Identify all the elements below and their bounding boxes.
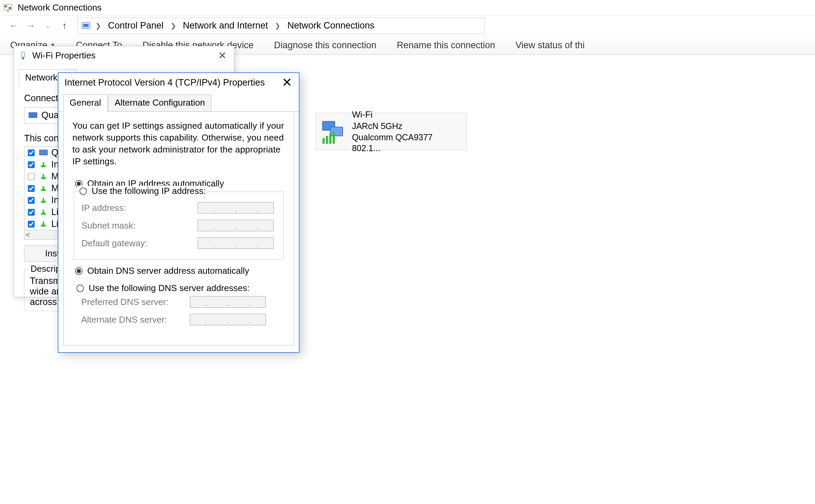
tab-alternate-configuration[interactable]: Alternate Configuration xyxy=(108,94,212,112)
svg-rect-16 xyxy=(41,165,46,167)
ip-address-input[interactable]: ... xyxy=(198,202,274,214)
svg-rect-8 xyxy=(323,138,325,144)
svg-rect-7 xyxy=(330,127,343,136)
svg-rect-10 xyxy=(329,134,331,144)
breadcrumb-control-panel[interactable]: Control Panel xyxy=(106,20,166,32)
svg-rect-17 xyxy=(43,162,44,165)
svg-rect-18 xyxy=(41,177,46,179)
connection-item-checkbox[interactable] xyxy=(28,185,35,192)
svg-rect-3 xyxy=(6,10,9,12)
default-gateway-input[interactable]: ... xyxy=(198,237,274,249)
wifi-tile-name: Wi-Fi xyxy=(352,109,463,121)
radio-ip-manual-label: Use the following IP address: xyxy=(92,186,206,196)
toolbar-rename[interactable]: Rename this connection xyxy=(397,40,495,51)
toolbar-diagnose[interactable]: Diagnose this connection xyxy=(274,40,377,51)
wifi-properties-titlebar[interactable]: Wi-Fi Properties ✕ xyxy=(14,46,234,65)
svg-rect-23 xyxy=(43,198,44,201)
dns-manual-group: Use the following DNS server addresses: … xyxy=(74,279,284,336)
wifi-tile-adapter: Qualcomm QCA9377 802.1... xyxy=(352,132,463,154)
protocol-icon xyxy=(39,161,48,168)
connection-item-checkbox[interactable] xyxy=(28,197,35,204)
scroll-left-icon[interactable]: < xyxy=(26,231,30,239)
ipv4-tabs: General Alternate Configuration xyxy=(58,92,299,112)
window-titlebar: Network Connections xyxy=(0,0,815,16)
svg-rect-11 xyxy=(332,131,335,144)
svg-rect-25 xyxy=(43,210,44,213)
ipv4-general-panel: You can get IP settings assigned automat… xyxy=(63,112,294,345)
window-title: Network Connections xyxy=(18,2,102,13)
ip-manual-group: Use the following IP address: IP address… xyxy=(74,192,284,259)
tab-general[interactable]: General xyxy=(63,94,108,112)
breadcrumb-network-internet[interactable]: Network and Internet xyxy=(181,20,270,32)
ip-address-label: IP address: xyxy=(82,203,126,213)
svg-rect-5 xyxy=(83,24,89,27)
protocol-icon xyxy=(39,220,48,228)
ipv4-titlebar[interactable]: Internet Protocol Version 4 (TCP/IPv4) P… xyxy=(58,73,299,92)
protocol-icon xyxy=(39,185,48,192)
svg-rect-1 xyxy=(4,5,7,7)
connection-item-checkbox[interactable] xyxy=(28,161,35,168)
back-button[interactable]: ← xyxy=(7,19,20,33)
network-adapter-icon xyxy=(320,118,347,145)
svg-rect-15 xyxy=(39,150,48,155)
connection-item-checkbox[interactable] xyxy=(28,173,35,180)
preferred-dns-input[interactable]: ... xyxy=(190,296,266,308)
radio-icon xyxy=(76,285,84,292)
ipv4-properties-dialog: Internet Protocol Version 4 (TCP/IPv4) P… xyxy=(58,72,300,353)
svg-rect-13 xyxy=(22,57,24,59)
close-button[interactable]: ✕ xyxy=(214,48,231,63)
radio-ip-manual[interactable]: Use the following IP address: xyxy=(77,186,208,196)
radio-dns-auto-label: Obtain DNS server address automatically xyxy=(87,266,249,276)
subnet-mask-input[interactable]: ... xyxy=(198,220,274,231)
svg-rect-22 xyxy=(41,201,46,203)
toolbar-view-status[interactable]: View status of thi xyxy=(515,40,585,51)
default-gateway-label: Default gateway: xyxy=(82,238,147,249)
client-icon xyxy=(39,149,48,157)
ipv4-description: You can get IP settings assigned automat… xyxy=(72,120,285,167)
chevron-right-icon: ❯ xyxy=(93,22,104,30)
adapter-small-icon xyxy=(29,112,37,119)
nav-bar: ← → ⌄ ↑ ❯ Control Panel ❯ Network and In… xyxy=(0,16,815,36)
svg-rect-2 xyxy=(9,7,12,9)
svg-rect-19 xyxy=(43,174,44,177)
close-button[interactable]: ✕ xyxy=(278,75,295,90)
recent-dropdown[interactable]: ⌄ xyxy=(41,19,54,33)
connection-item-label: Li xyxy=(51,219,58,229)
alternate-dns-input[interactable]: ... xyxy=(190,314,266,325)
alternate-dns-label: Alternate DNS server: xyxy=(81,314,167,325)
protocol-icon xyxy=(39,173,48,180)
radio-dns-manual-label: Use the following DNS server addresses: xyxy=(89,283,250,293)
ipv4-title: Internet Protocol Version 4 (TCP/IPv4) P… xyxy=(65,77,265,88)
connection-item-checkbox[interactable] xyxy=(28,149,35,156)
wifi-properties-title: Wi-Fi Properties xyxy=(32,50,95,61)
chevron-right-icon: ❯ xyxy=(168,22,179,30)
connection-item-checkbox[interactable] xyxy=(28,221,35,228)
svg-rect-24 xyxy=(41,213,46,215)
connection-item-label: Li xyxy=(51,207,58,217)
adapter-icon xyxy=(19,51,28,61)
connection-item-label: Q xyxy=(51,147,58,158)
wifi-tile-ssid: JARcN 5GHz xyxy=(352,121,463,132)
svg-rect-12 xyxy=(22,52,25,57)
connection-item-checkbox[interactable] xyxy=(28,209,35,216)
address-bar[interactable]: ❯ Control Panel ❯ Network and Internet ❯… xyxy=(77,18,485,34)
radio-icon xyxy=(75,267,83,275)
protocol-icon xyxy=(39,197,48,204)
breadcrumb-network-connections[interactable]: Network Connections xyxy=(285,20,377,32)
svg-rect-20 xyxy=(41,189,46,191)
forward-button[interactable]: → xyxy=(24,19,37,33)
subnet-mask-label: Subnet mask: xyxy=(82,220,135,231)
radio-icon xyxy=(79,187,87,195)
radio-dns-auto[interactable]: Obtain DNS server address automatically xyxy=(75,266,285,276)
adapter-short: Qua xyxy=(41,110,59,121)
network-connections-icon xyxy=(3,3,13,13)
address-bar-icon xyxy=(81,21,91,31)
wifi-tile-text: Wi-Fi JARcN 5GHz Qualcomm QCA9377 802.1.… xyxy=(352,109,463,154)
wifi-connection-tile[interactable]: Wi-Fi JARcN 5GHz Qualcomm QCA9377 802.1.… xyxy=(316,113,467,150)
preferred-dns-label: Preferred DNS server: xyxy=(81,297,168,307)
svg-rect-14 xyxy=(29,112,37,118)
svg-rect-21 xyxy=(43,186,44,189)
svg-rect-27 xyxy=(43,221,44,224)
up-button[interactable]: ↑ xyxy=(58,19,71,33)
radio-dns-manual[interactable]: Use the following DNS server addresses: xyxy=(76,283,274,293)
